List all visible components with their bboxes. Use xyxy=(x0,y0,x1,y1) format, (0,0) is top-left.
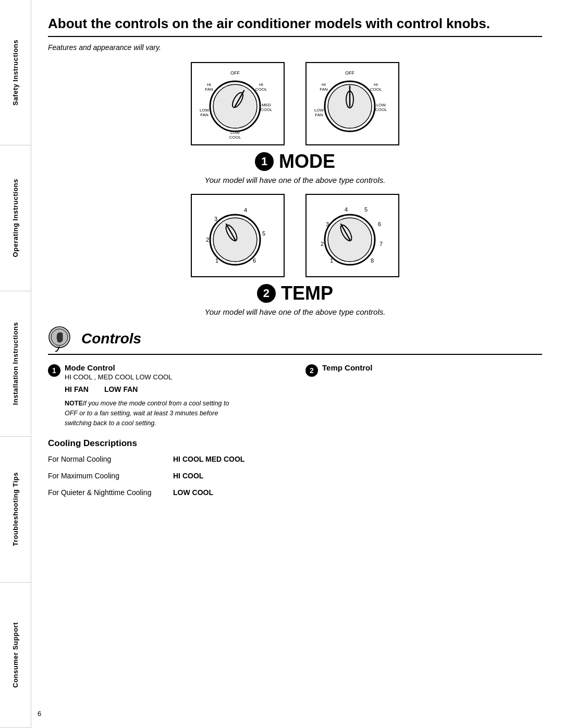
mode-control-info: Mode Control HI COOL , MED COOL LOW COOL xyxy=(65,363,172,381)
cooling-row-max: For Maximum Cooling HI COOL xyxy=(48,472,285,480)
svg-text:FAN: FAN xyxy=(200,113,209,117)
mode-knobs-row: OFF HI FAN HI COOL LOW FAN MED COOL LOW … xyxy=(48,62,542,145)
svg-text:4: 4 xyxy=(244,207,247,213)
svg-text:LOW: LOW xyxy=(314,108,324,113)
temp-knob-8-svg: 1 2 3 4 5 6 7 8 xyxy=(311,199,394,272)
svg-text:HI: HI xyxy=(374,82,378,87)
sidebar-label-consumer: Consumer Support xyxy=(11,622,19,688)
controls-left: 1 Mode Control HI COOL , MED COOL LOW CO… xyxy=(48,363,295,505)
cooling-value-normal: HI COOL MED COOL xyxy=(173,455,244,463)
mode-control-item: 1 Mode Control HI COOL , MED COOL LOW CO… xyxy=(48,363,285,381)
cooling-desc-title: Cooling Descriptions xyxy=(48,438,285,449)
controls-body: 1 Mode Control HI COOL , MED COOL LOW CO… xyxy=(48,363,542,505)
hi-fan-label: HI FAN xyxy=(65,385,89,393)
controls-right: 2 Temp Control xyxy=(295,363,542,505)
cooling-descriptions: Cooling Descriptions For Normal Cooling … xyxy=(48,438,285,497)
svg-text:COOL: COOL xyxy=(229,135,241,140)
temp-control-num: 2 xyxy=(305,364,318,377)
cooling-value-max: HI COOL xyxy=(173,472,203,480)
sidebar-label-troubleshooting: Troubleshooting Tips xyxy=(11,472,19,546)
svg-text:6: 6 xyxy=(378,221,381,227)
svg-text:LOW: LOW xyxy=(200,108,210,113)
sidebar-label-installation: Installation Instructions xyxy=(11,322,19,405)
temp-knob-8: 1 2 3 4 5 6 7 8 xyxy=(305,194,399,277)
svg-text:HI: HI xyxy=(322,82,326,87)
svg-text:4: 4 xyxy=(345,206,348,213)
svg-text:FAN: FAN xyxy=(315,113,323,117)
sidebar-section-installation: Installation Instructions xyxy=(0,291,31,437)
sidebar-label-operating: Operating Instructions xyxy=(11,179,19,257)
mode-control-modes: HI COOL , MED COOL LOW COOL xyxy=(65,373,172,381)
mode-knob-6pos-svg: OFF HI FAN HI COOL LOW FAN MED COOL LOW … xyxy=(196,67,279,140)
controls-heading: Controls xyxy=(48,326,542,355)
temp-control-label: Temp Control xyxy=(322,363,372,372)
cooling-row-quiet: For Quieter & Nighttime Cooling LOW COOL xyxy=(48,488,285,497)
temp-number-circle: 2 xyxy=(257,284,276,303)
mode-knob-5pos-svg: OFF HI FAN HI COOL LOW FAN LOW COOL xyxy=(311,67,394,140)
temp-control-info: Temp Control xyxy=(322,363,372,372)
svg-text:6: 6 xyxy=(253,257,256,264)
mode-number-circle: 1 xyxy=(255,152,274,171)
cooling-row-normal: For Normal Cooling HI COOL MED COOL xyxy=(48,455,285,463)
note-prefix: NOTE xyxy=(65,400,83,407)
low-fan-label: LOW FAN xyxy=(104,385,138,393)
svg-text:HI: HI xyxy=(259,82,263,87)
controls-section: Controls 1 Mode Control HI COOL , MED CO… xyxy=(48,326,542,505)
note-body: If you move the mode control from a cool… xyxy=(65,400,229,427)
mode-heading: 1 MODE xyxy=(48,151,542,172)
sidebar-section-operating: Operating Instructions xyxy=(0,145,31,291)
svg-line-53 xyxy=(55,351,57,352)
temp-knobs-row: 1 2 3 4 5 6 1 2 3 4 xyxy=(48,194,542,277)
svg-text:7: 7 xyxy=(380,241,383,247)
page-title: About the controls on the air conditione… xyxy=(48,16,542,37)
svg-text:COOL: COOL xyxy=(375,107,387,112)
temp-label: TEMP xyxy=(281,282,333,304)
mode-label: MODE xyxy=(279,151,335,172)
sidebar-label-safety: Safety Instructions xyxy=(11,40,19,106)
note-text: NOTEIf you move the mode control from a … xyxy=(65,399,242,428)
svg-text:FAN: FAN xyxy=(205,87,213,92)
sidebar-section-consumer: Consumer Support xyxy=(0,583,31,728)
svg-text:LOW: LOW xyxy=(376,103,386,107)
sidebar: Safety Instructions Operating Instructio… xyxy=(0,0,31,728)
svg-text:OFF: OFF xyxy=(345,70,354,76)
svg-text:FAN: FAN xyxy=(320,87,328,92)
mode-control-num: 1 xyxy=(48,364,60,377)
cooling-label-normal: For Normal Cooling xyxy=(48,455,163,463)
svg-text:2: 2 xyxy=(206,237,209,243)
controls-title: Controls xyxy=(81,330,141,347)
sidebar-section-troubleshooting: Troubleshooting Tips xyxy=(0,437,31,582)
svg-text:MED: MED xyxy=(262,103,271,107)
svg-text:COOL: COOL xyxy=(370,87,382,92)
cooling-label-quiet: For Quieter & Nighttime Cooling xyxy=(48,488,163,497)
svg-text:OFF: OFF xyxy=(230,70,240,76)
mode-control-label: Mode Control xyxy=(65,363,172,372)
svg-text:5: 5 xyxy=(364,206,368,213)
svg-text:5: 5 xyxy=(262,230,265,237)
svg-text:HI: HI xyxy=(207,82,211,87)
fan-row: HI FAN LOW FAN xyxy=(65,385,285,393)
mode-subtitle: Your model will have one of the above ty… xyxy=(48,176,542,184)
svg-text:8: 8 xyxy=(371,257,374,264)
mode-knob-6pos: OFF HI FAN HI COOL LOW FAN MED COOL LOW … xyxy=(191,62,285,145)
temp-heading: 2 TEMP xyxy=(48,282,542,304)
cooling-value-quiet: LOW COOL xyxy=(173,488,213,497)
main-content: About the controls on the air conditione… xyxy=(32,0,563,526)
svg-text:COOL: COOL xyxy=(261,107,273,112)
temp-subtitle: Your model will have one of the above ty… xyxy=(48,307,542,316)
hand-icon xyxy=(48,326,74,352)
page-number: 6 xyxy=(38,710,41,718)
svg-text:3: 3 xyxy=(214,216,217,222)
mode-knob-5pos: OFF HI FAN HI COOL LOW FAN LOW COOL xyxy=(305,62,399,145)
features-note: Features and appearance will vary. xyxy=(48,43,542,52)
temp-knob-6: 1 2 3 4 5 6 xyxy=(191,194,285,277)
temp-knob-6-svg: 1 2 3 4 5 6 xyxy=(196,199,279,272)
cooling-label-max: For Maximum Cooling xyxy=(48,472,163,480)
svg-text:COOL: COOL xyxy=(255,87,267,92)
svg-text:2: 2 xyxy=(321,241,324,247)
temp-control-item: 2 Temp Control xyxy=(305,363,542,377)
sidebar-section-safety: Safety Instructions xyxy=(0,0,31,145)
